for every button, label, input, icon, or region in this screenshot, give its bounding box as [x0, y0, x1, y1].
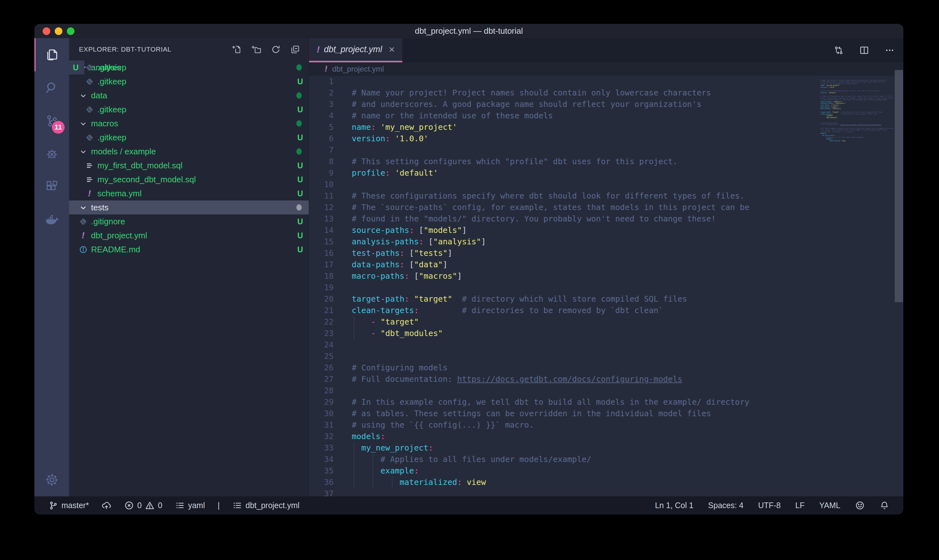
title-bar[interactable]: dbt_project.yml — dbt-tutorial — [34, 24, 904, 38]
status-label: yaml — [188, 501, 205, 510]
code-content: macro-paths: ["macros"] — [334, 271, 904, 282]
tree-item-label: .gitignore — [91, 217, 125, 226]
git-file-icon — [84, 133, 94, 142]
code-line: 34 # Applies to all files under models/e… — [309, 454, 904, 465]
activity-search[interactable] — [34, 71, 69, 105]
activity-settings[interactable] — [34, 463, 69, 496]
tree-item-gitkeep[interactable]: .gitkeepU — [69, 103, 309, 117]
line-number: 28 — [309, 385, 334, 397]
activity-bar-bottom — [34, 463, 69, 496]
line-number: 21 — [309, 305, 334, 316]
status-notifications[interactable] — [879, 500, 889, 510]
status-encoding[interactable]: UTF-8 — [758, 501, 781, 510]
code-content: - "target" — [334, 316, 904, 328]
new-folder-icon — [251, 44, 262, 55]
tree-item-gitignore[interactable]: .gitignoreU — [69, 214, 309, 228]
status-git-branch[interactable]: master* — [48, 500, 89, 510]
code-content: analysis-paths: ["analysis"] — [334, 236, 904, 248]
folder-modified-dot — [296, 204, 302, 211]
folder-modified-dot — [296, 148, 302, 155]
code-line: 30# as tables. These settings can be ove… — [309, 408, 904, 419]
activity-debug[interactable] — [34, 137, 69, 171]
status-label: dbt_project.yml — [245, 501, 300, 510]
activity-extensions[interactable] — [34, 171, 69, 204]
tree-item-dbt-project-yml[interactable]: !dbt_project.ymlU — [69, 228, 309, 243]
line-number: 13 — [309, 213, 334, 225]
activity-docker[interactable] — [34, 204, 69, 237]
close-tab-button[interactable]: × — [389, 44, 395, 55]
chevron-down-icon — [78, 91, 88, 100]
indent-guide — [354, 454, 354, 465]
status-yaml-schema[interactable]: yaml — [175, 500, 205, 510]
breadcrumb[interactable]: !dbt_project.yml — [309, 62, 904, 76]
git-untracked-badge: U — [297, 133, 303, 142]
collapse-all-button[interactable] — [290, 44, 300, 55]
status-eol[interactable]: LF — [796, 501, 805, 510]
tree-item-gitkeep[interactable]: .gitkeepU — [69, 74, 309, 88]
line-number: 36 — [309, 477, 334, 488]
tree-item-label: schema.yml — [97, 189, 142, 198]
new-file-button[interactable] — [232, 44, 242, 55]
status-problems[interactable]: 00 — [124, 500, 162, 510]
activity-bar: 11 — [34, 38, 69, 496]
tree-item-label: .gitkeep — [97, 77, 126, 86]
info-file-icon — [78, 245, 88, 254]
split-editor-button[interactable] — [859, 45, 870, 56]
tree-item-tests[interactable]: tests — [69, 200, 309, 214]
tab-dbt-project-yml[interactable]: !dbt_project.yml× — [309, 38, 402, 62]
code-line: 36 materialized: view — [309, 477, 904, 488]
status-feedback[interactable] — [855, 500, 865, 510]
line-number: 22 — [309, 316, 334, 328]
tree-item-my-first-dbt-model-sql[interactable]: my_first_dbt_model.sqlU — [69, 158, 309, 172]
tree-item-gitkeep[interactable]: .gitkeepU — [69, 131, 309, 145]
tree-item-models-example[interactable]: models / example — [69, 145, 309, 158]
status-label: YAML — [819, 501, 840, 510]
status-yaml-file[interactable]: dbt_project.yml — [232, 500, 300, 510]
code-content: materialized: view — [334, 477, 904, 488]
open-changes-button[interactable] — [833, 45, 844, 56]
tree-item-my-second-dbt-model-sql[interactable]: my_second_dbt_model.sqlU — [69, 172, 309, 186]
status-sync[interactable] — [102, 500, 111, 510]
status-label: LF — [796, 501, 805, 510]
tree-item-gitkeep[interactable]: .gitkeepU — [69, 60, 84, 74]
line-number: 3 — [309, 98, 334, 110]
code-line: 4# name or the intended use of these mod… — [309, 110, 904, 122]
code-line: 18macro-paths: ["macros"] — [309, 271, 904, 282]
code-line: 26# Configuring models — [309, 362, 904, 374]
indent-guide — [354, 477, 354, 488]
new-folder-button[interactable] — [251, 44, 262, 55]
refresh-button[interactable] — [271, 44, 281, 55]
code-line: 15analysis-paths: ["analysis"] — [309, 236, 904, 248]
settings-gear-icon — [45, 472, 59, 487]
status-label: Spaces: 4 — [708, 501, 744, 510]
minimize-button[interactable] — [55, 28, 62, 35]
tree-item-readme-md[interactable]: README.mdU — [69, 243, 309, 257]
editor[interactable]: 12# Name your project! Project names sho… — [309, 76, 904, 496]
close-button[interactable] — [43, 28, 50, 35]
line-number: 29 — [309, 397, 334, 408]
git-file-icon — [84, 77, 94, 86]
tree-item-data[interactable]: data — [69, 88, 309, 103]
tree-item-macros[interactable]: macros — [69, 117, 309, 131]
activity-source-control[interactable]: 11 — [34, 105, 69, 137]
line-number: 8 — [309, 156, 334, 168]
zoom-button[interactable] — [67, 28, 74, 35]
new-file-icon — [232, 44, 242, 55]
tree-item-schema-yml[interactable]: !schema.ymlU — [69, 186, 309, 200]
status-language-mode[interactable]: YAML — [819, 501, 840, 510]
git-untracked-badge: U — [297, 77, 303, 86]
cloud-upload-icon — [102, 500, 111, 510]
activity-explorer[interactable] — [34, 38, 69, 71]
code-line: 17data-paths: ["data"] — [309, 259, 904, 271]
line-number: 18 — [309, 271, 334, 282]
status-cursor-position[interactable]: Ln 1, Col 1 — [655, 501, 694, 510]
editor-scrollbar[interactable] — [895, 70, 903, 302]
minimap[interactable]: # Name your project! Project names shoul… — [820, 78, 894, 143]
yaml-warning-icon: ! — [325, 65, 327, 73]
status-indentation[interactable]: Spaces: 4 — [708, 501, 744, 510]
open-changes-icon — [833, 45, 844, 56]
code-line: 25 — [309, 351, 904, 362]
code-content — [334, 145, 904, 156]
more-actions-button[interactable] — [884, 45, 895, 56]
line-number: 20 — [309, 293, 334, 305]
